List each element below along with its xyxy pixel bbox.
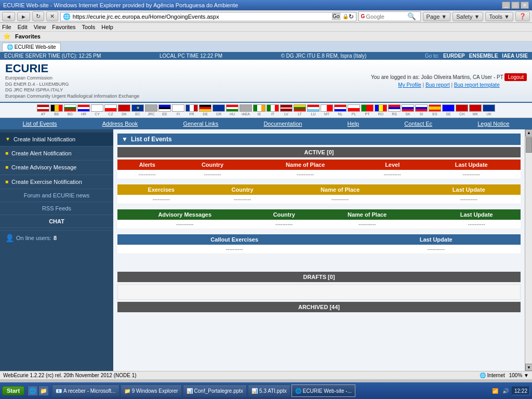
scroll-thumb[interactable] bbox=[526, 137, 532, 153]
alerts-level-header: Level bbox=[363, 159, 422, 170]
sidebar-item-create-alert[interactable]: ■ Create Alert Notification bbox=[0, 147, 113, 161]
flag-pl[interactable]: PL bbox=[348, 104, 360, 116]
menu-view[interactable]: View bbox=[34, 24, 46, 30]
refresh-button[interactable]: ↻ bbox=[32, 11, 44, 21]
flag-nl[interactable]: NL bbox=[334, 104, 347, 116]
flag-it[interactable]: IT bbox=[267, 104, 279, 116]
sidebar-item-create-advisory[interactable]: ■ Create Advisory Message bbox=[0, 161, 113, 175]
nav-documentation[interactable]: Documentation bbox=[263, 121, 302, 127]
nav-legal[interactable]: Legal Notice bbox=[477, 121, 509, 127]
spacer bbox=[117, 259, 521, 270]
sidebar-item-create-exercise[interactable]: ■ Create Exercise Notification bbox=[0, 175, 113, 189]
search-input[interactable] bbox=[366, 14, 407, 20]
exercises-table: Exercises Country Name of Place Last Upd… bbox=[117, 184, 521, 204]
back-button[interactable]: ◄ bbox=[2, 12, 15, 21]
scroll-down-button[interactable]: ▼ bbox=[525, 364, 532, 371]
favorites-label: Favorites bbox=[15, 33, 41, 39]
create-advisory-label: Create Advisory Message bbox=[11, 164, 76, 171]
profile-link[interactable]: My Profile bbox=[398, 82, 421, 88]
maximize-button[interactable]: □ bbox=[511, 2, 520, 9]
sidebar-rss[interactable]: RSS Feeds bbox=[0, 202, 113, 215]
close-button[interactable]: ✕ bbox=[521, 2, 529, 9]
vertical-scrollbar[interactable]: ▲ ▼ bbox=[525, 129, 532, 371]
flag-cy[interactable]: CY bbox=[91, 104, 103, 116]
ecurie-logo-text: ECURIE bbox=[5, 62, 139, 75]
page-menu-button[interactable]: Page ▼ bbox=[423, 12, 451, 21]
scroll-track[interactable] bbox=[525, 137, 532, 364]
flag-lu[interactable]: LU bbox=[307, 104, 320, 116]
flag-fr[interactable]: FR bbox=[185, 104, 198, 116]
menu-edit[interactable]: Edit bbox=[18, 24, 28, 30]
window-controls[interactable]: _ □ ✕ bbox=[502, 2, 529, 9]
callout-table: Callout Exercises Last Update ----------… bbox=[117, 234, 521, 254]
flag-ie[interactable]: IE bbox=[253, 104, 265, 116]
logout-button[interactable]: Logout bbox=[504, 73, 527, 81]
sidebar: ▼ Create Initial Notification ■ Create A… bbox=[0, 129, 113, 371]
nav-address-book[interactable]: Address Book bbox=[102, 121, 138, 127]
stop-button[interactable]: ✕ bbox=[46, 11, 58, 21]
refresh-icon-button[interactable]: ↻ bbox=[349, 13, 354, 20]
flag-ec[interactable]: ★ EC bbox=[131, 104, 144, 116]
flag-ee[interactable]: EE bbox=[158, 104, 171, 116]
flag-ro[interactable]: RO bbox=[375, 104, 387, 116]
nav-help[interactable]: Help bbox=[348, 121, 360, 127]
flag-se[interactable]: SE bbox=[442, 104, 455, 116]
tools-menu-button[interactable]: Tools ▼ bbox=[485, 12, 513, 21]
sidebar-item-create-initial[interactable]: ▼ Create Initial Notification bbox=[0, 132, 113, 147]
bug-template-link[interactable]: Bug report template bbox=[454, 82, 500, 88]
safety-menu-button[interactable]: Safety ▼ bbox=[453, 12, 483, 21]
advisory-place-header: Name of Place bbox=[316, 209, 418, 220]
menu-favorites[interactable]: Favorites bbox=[52, 24, 75, 30]
flag-jrc[interactable]: JRC bbox=[145, 104, 157, 116]
flag-bg[interactable]: BG bbox=[64, 104, 76, 116]
menu-file[interactable]: File bbox=[2, 24, 11, 30]
search-button[interactable]: 🔍 bbox=[407, 12, 416, 20]
sidebar-chat[interactable]: CHAT bbox=[0, 215, 113, 228]
flag-at[interactable]: AT bbox=[37, 104, 49, 116]
flag-cz[interactable]: CZ bbox=[104, 104, 117, 116]
flag-gr[interactable]: GR bbox=[212, 104, 225, 116]
flag-sk[interactable]: SK bbox=[402, 104, 414, 116]
create-exercise-icon: ■ bbox=[5, 179, 8, 184]
flag-hr[interactable]: HR bbox=[77, 104, 90, 116]
flag-lt[interactable]: LT bbox=[294, 104, 306, 116]
url-input[interactable] bbox=[73, 14, 332, 20]
alerts-country-header: Country bbox=[177, 159, 248, 170]
flag-lv[interactable]: LV bbox=[280, 104, 292, 116]
help-button[interactable]: ❓ bbox=[515, 11, 530, 21]
online-users-bar: 👤 On line users: 8 bbox=[0, 230, 113, 245]
eurdep-link[interactable]: EURDEP bbox=[443, 53, 465, 59]
flag-ch[interactable]: CH bbox=[456, 104, 468, 116]
menu-help[interactable]: Help bbox=[101, 24, 113, 30]
flag-es[interactable]: ES bbox=[429, 104, 441, 116]
active-tab[interactable]: 🌐 ECURIE Web-site bbox=[2, 43, 61, 51]
online-users-icon: 👤 bbox=[5, 234, 14, 242]
flag-hu[interactable]: HU bbox=[226, 104, 238, 116]
flag-be[interactable]: BE bbox=[50, 104, 63, 116]
table-row: ---------- ---------- bbox=[117, 245, 521, 254]
sidebar-forum[interactable]: Forum and ECURIE news bbox=[0, 189, 113, 202]
iaea-link[interactable]: IAEA USIE bbox=[502, 53, 528, 59]
flag-de[interactable]: DE bbox=[199, 104, 211, 116]
flag-pt[interactable]: PT bbox=[361, 104, 374, 116]
flag-iaea[interactable]: IAEA bbox=[240, 104, 252, 116]
nav-contact[interactable]: Contact Ec bbox=[404, 121, 432, 127]
flag-fi[interactable]: FI bbox=[172, 104, 184, 116]
minimize-button[interactable]: _ bbox=[502, 2, 510, 9]
bug-report-link[interactable]: Bug report bbox=[425, 82, 450, 88]
nav-list-events[interactable]: List of Events bbox=[23, 121, 57, 127]
go-button[interactable]: Go bbox=[332, 13, 340, 20]
ensemble-link[interactable]: ENSEMBLE bbox=[469, 53, 498, 59]
flag-mt[interactable]: MT bbox=[321, 104, 333, 116]
favorites-bar: ⭐ Favorites bbox=[0, 32, 532, 42]
flag-dk[interactable]: DK bbox=[118, 104, 130, 116]
nav-general-links[interactable]: General Links bbox=[183, 121, 218, 127]
user-text: You are logged in as: João Oliveira Mart… bbox=[371, 73, 527, 81]
forward-button[interactable]: ► bbox=[17, 12, 30, 21]
flag-si[interactable]: SI bbox=[415, 104, 428, 116]
flag-rs[interactable]: RS bbox=[388, 104, 401, 116]
flag-uk[interactable]: UK bbox=[483, 104, 495, 116]
flag-mk[interactable]: MK bbox=[469, 104, 482, 116]
menu-tools[interactable]: Tools bbox=[82, 24, 96, 30]
scroll-up-button[interactable]: ▲ bbox=[525, 129, 532, 137]
